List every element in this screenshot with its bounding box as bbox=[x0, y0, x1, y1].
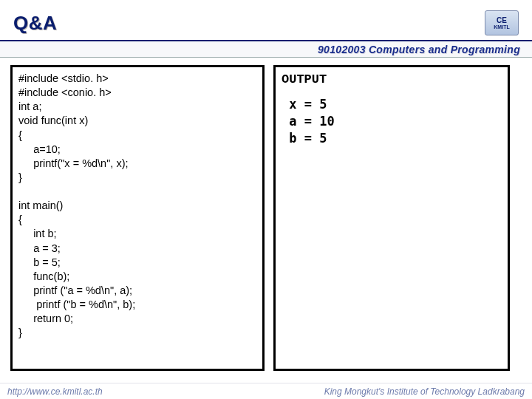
content-row: #include <stdio. h> #include <conio. h> … bbox=[0, 58, 532, 371]
output-text: x = 5 a = 10 b = 5 bbox=[282, 96, 502, 147]
footer: http://www.ce.kmitl.ac.th King Mongkut's… bbox=[0, 383, 532, 399]
output-heading: OUTPUT bbox=[282, 72, 502, 89]
course-label: 90102003 Computers and Programming bbox=[318, 44, 520, 55]
code-panel: #include <stdio. h> #include <conio. h> … bbox=[10, 65, 265, 371]
logo-text-top: CE bbox=[497, 17, 507, 24]
footer-institution: King Mongkut's Institute of Technology L… bbox=[324, 386, 525, 397]
footer-url: http://www.ce.kmitl.ac.th bbox=[7, 386, 103, 397]
logo-text-bottom: KMITL bbox=[494, 24, 509, 30]
divider-band: 90102003 Computers and Programming bbox=[0, 40, 532, 58]
institution-logo: CE KMITL bbox=[485, 10, 519, 35]
header-row: Q&A CE KMITL bbox=[0, 0, 532, 40]
slide-title: Q&A bbox=[13, 12, 57, 35]
output-panel: OUTPUT x = 5 a = 10 b = 5 bbox=[273, 65, 510, 371]
source-code: #include <stdio. h> #include <conio. h> … bbox=[18, 72, 256, 340]
